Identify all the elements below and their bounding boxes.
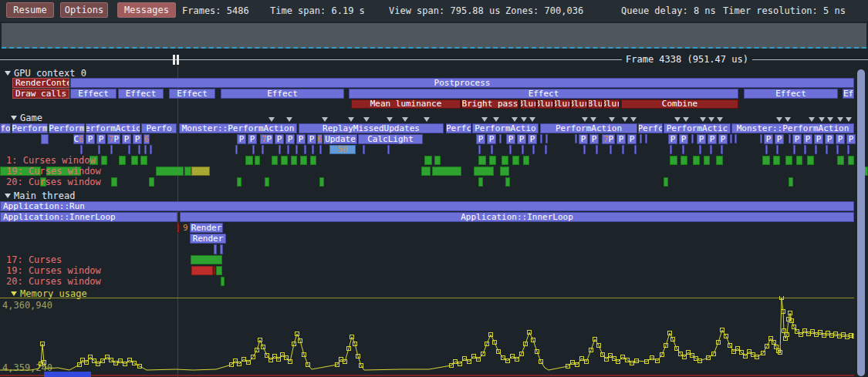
zone-green[interactable] [101,156,107,165]
zone-tick[interactable] [836,145,839,154]
zone-game-small[interactable]: P [846,134,856,144]
zone-tick[interactable] [150,145,152,154]
zone-group-triangle-icon[interactable] [590,117,596,122]
zone-game-small[interactable]: P [718,134,728,144]
zone-green[interactable] [245,156,253,165]
zone-group-triangle-icon[interactable] [785,117,791,122]
zone-green[interactable] [716,156,723,165]
zone-game[interactable]: Perfo [141,123,177,133]
zone-game[interactable]: Monster::PerformAction [179,123,297,133]
thread-label-1-curses-window[interactable]: 1: Curses window [6,156,96,166]
zone-tick[interactable] [80,145,83,154]
zone-post-effect[interactable]: Combine [621,99,738,109]
zone-green[interactable] [255,156,260,165]
zone-green[interactable] [489,156,496,165]
zone-green[interactable] [681,156,687,165]
zone-green[interactable] [704,156,710,165]
zone-game-small[interactable]: P [668,134,677,144]
zone-effect[interactable]: Effect [70,89,117,99]
zone-application-run[interactable]: Application::Run [0,201,854,211]
zone-game-small[interactable]: P [679,134,688,144]
zone-green[interactable] [424,156,432,165]
zone-game-small[interactable]: P [825,134,834,144]
zone-green[interactable] [265,177,269,187]
zone-game[interactable]: PerformAction [86,123,140,133]
zone-tick[interactable] [721,145,723,154]
zone-group-triangle-icon[interactable] [609,117,615,122]
zone-group-triangle-icon[interactable] [717,117,723,122]
zone-application-innerloop[interactable]: Application::InnerLoop [0,212,177,222]
zone-game-small[interactable]: P [697,134,706,144]
zone-game-small[interactable]: P [616,134,626,144]
zone-green[interactable] [421,167,431,176]
zone-game-small[interactable]: P [296,134,306,144]
zone-green[interactable] [762,156,770,165]
zone-game-small[interactable]: 7P [107,134,120,144]
frames-overview-strip[interactable] [2,23,866,49]
zone-tick[interactable] [735,134,737,143]
zone-tick[interactable] [387,145,390,154]
zone-game-small[interactable]: P [248,134,257,144]
zone-game[interactable]: Perform [12,123,48,133]
zone-game-small[interactable]: P [237,134,246,144]
zone-group-triangle-icon[interactable] [683,117,689,122]
zone-effect[interactable]: Effect [744,89,838,99]
zone-tick[interactable] [499,134,502,143]
zone-green[interactable] [773,156,780,165]
zone-tick[interactable] [312,145,314,154]
zone-game[interactable]: fo [0,123,11,133]
pause-marker-icon[interactable] [177,55,179,65]
zone-game[interactable]: PerformAction [540,123,637,133]
zone-green[interactable] [837,156,844,165]
zone-tick[interactable] [760,134,762,143]
gpu-context-header[interactable]: GPU context 0 [5,69,86,78]
zone-group-triangle-icon[interactable] [269,117,275,122]
zone-group-triangle-icon[interactable] [348,117,354,122]
zone-group-triangle-icon[interactable] [387,117,393,122]
zone-group-triangle-icon[interactable] [521,117,527,122]
zone-tick[interactable] [296,145,298,154]
zone-red[interactable] [191,266,213,275]
zone-group-triangle-icon[interactable] [809,117,815,122]
zone-tick[interactable] [670,145,672,154]
zone-green[interactable] [664,177,668,187]
zone-tick[interactable] [478,145,481,154]
zone-green[interactable] [474,167,494,176]
zone-tick[interactable] [319,145,322,154]
zone-group-triangle-icon[interactable] [481,117,488,122]
zone-group-triangle-icon[interactable] [827,117,833,122]
zone-render[interactable]: Render [190,234,226,244]
zone-group-triangle-icon[interactable] [424,117,430,122]
zone-effect[interactable]: Effect [349,89,738,99]
zone-group-triangle-icon[interactable] [674,117,681,122]
zone-green[interactable] [184,167,191,176]
zone-green[interactable] [478,156,486,165]
zone-group-triangle-icon[interactable] [322,117,328,122]
zone-group-triangle-icon[interactable] [837,117,843,122]
zone-tick[interactable] [815,145,817,154]
zone-tick[interactable] [144,145,147,154]
zone-green[interactable] [807,156,814,165]
zone-post-effect[interactable]: Blur [603,99,620,109]
zone-group-triangle-icon[interactable] [582,117,588,122]
zone-effect[interactable]: Effect [118,89,164,99]
zone-group-triangle-icon[interactable] [402,117,408,122]
zone-tick[interactable] [545,145,547,154]
zone-tick[interactable] [522,145,524,154]
zone-group-triangle-icon[interactable] [846,117,852,122]
thread-label-20-curses-window[interactable]: 20: Curses window [6,177,101,187]
zone-group-triangle-icon[interactable] [776,117,782,122]
zone-tick[interactable] [640,134,642,143]
zone-tick[interactable] [262,145,264,154]
zone-green[interactable] [216,266,222,275]
zone-tick[interactable] [509,145,512,154]
zone-effect[interactable]: Effect [169,89,215,99]
zone-tick[interactable] [634,145,637,154]
zone-green[interactable] [478,177,483,187]
zone-game-small[interactable]: P [764,134,773,144]
zone-green[interactable] [505,177,510,187]
zone-game-small[interactable]: P [487,134,496,144]
zone-game-small[interactable]: 7P [260,134,273,144]
zone-green[interactable] [300,156,307,165]
zone-green[interactable] [500,167,509,176]
